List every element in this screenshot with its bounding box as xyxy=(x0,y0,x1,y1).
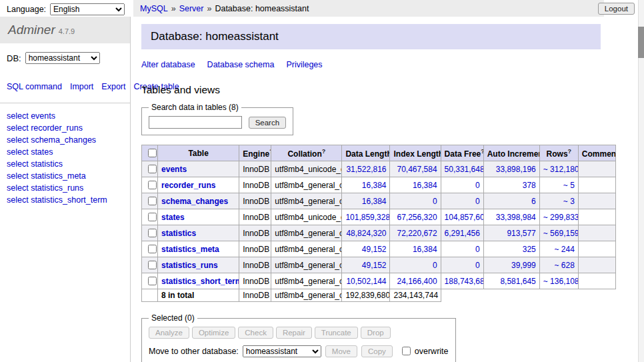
help-link[interactable]: ? xyxy=(322,148,326,155)
import-link[interactable]: Import xyxy=(70,82,93,91)
sidebar-item-select-statistics-meta[interactable]: select statistics_meta xyxy=(7,171,86,181)
app-brand: Adminer4.7.9 xyxy=(0,17,130,43)
row-checkbox[interactable] xyxy=(148,245,157,253)
table-link-statistics-short-term[interactable]: statistics_short_term xyxy=(161,277,239,286)
help-link[interactable]: ? xyxy=(481,148,483,155)
privileges-link[interactable]: Privileges xyxy=(286,60,322,69)
sql-command-link[interactable]: SQL command xyxy=(7,82,62,91)
table-name-cell: recorder_runs xyxy=(158,177,239,193)
select-all-header xyxy=(142,145,158,161)
table-row-statistics-short-term: statistics_short_termInnoDButf8mb4_gener… xyxy=(142,273,616,289)
sidebar-item-select-statistics-short-term[interactable]: select statistics_short_term xyxy=(7,195,107,205)
bulk-truncate-button[interactable]: Truncate xyxy=(315,327,358,339)
collation-cell: utf8mb4_unicode_ci xyxy=(271,209,342,225)
table-row-schema-changes: schema_changesInnoDButf8mb4_general_ci16… xyxy=(142,193,616,209)
comment-cell xyxy=(578,161,615,177)
table-name-cell: statistics_meta xyxy=(158,241,239,257)
row-checkbox[interactable] xyxy=(148,181,157,189)
table-link-statistics[interactable]: statistics xyxy=(161,229,196,238)
search-button[interactable]: Search xyxy=(249,117,286,129)
select-all-checkbox[interactable] xyxy=(148,149,157,157)
column-header-label: Data Free xyxy=(445,149,481,159)
collation-cell: utf8mb4_general_ci xyxy=(271,193,342,209)
sidebar-item-select-events[interactable]: select events xyxy=(7,111,55,121)
column-header-collation: Collation? xyxy=(271,145,342,161)
data-free-cell: 6,291,456 xyxy=(441,225,483,241)
bulk-drop-button[interactable]: Drop xyxy=(361,327,391,339)
table-link-schema-changes[interactable]: schema_changes xyxy=(161,197,228,206)
sidebar-actions: SQL commandImportExportCreate table xyxy=(0,77,120,95)
table-link-recorder-runs[interactable]: recorder_runs xyxy=(161,181,215,190)
copy-button[interactable]: Copy xyxy=(361,345,393,357)
row-checkbox-cell xyxy=(142,241,158,257)
breadcrumb: MySQL » Server » Database: homeassistant xyxy=(133,0,604,17)
bulk-check-button[interactable]: Check xyxy=(238,327,273,339)
engine-cell: InnoDB xyxy=(239,273,271,289)
engine-cell: InnoDB xyxy=(239,177,271,193)
breadcrumb-current: Database: homeassistant xyxy=(215,4,309,13)
row-checkbox-cell xyxy=(142,273,158,289)
sidebar-item-select-states[interactable]: select states xyxy=(7,147,53,157)
column-header-data_length: Data Length? xyxy=(342,145,390,161)
row-checkbox[interactable] xyxy=(148,197,157,205)
column-header-auto_increment: Auto Increment? xyxy=(483,145,539,161)
help-link[interactable]: ? xyxy=(568,148,572,155)
database-schema-link[interactable]: Database schema xyxy=(207,60,275,69)
data-free-cell: 188,743,680 xyxy=(441,273,483,289)
collation-cell: utf8mb4_general_ci xyxy=(271,241,342,257)
sidebar-item-select-recorder-runs[interactable]: select recorder_runs xyxy=(7,123,83,133)
breadcrumb-mysql-link[interactable]: MySQL xyxy=(140,4,168,13)
sidebar: Adminer4.7.9 DB: homeassistant SQL comma… xyxy=(0,17,131,362)
table-link-statistics-meta[interactable]: statistics_meta xyxy=(161,245,219,254)
rows-cell: ~ 136,108 xyxy=(539,273,578,289)
row-checkbox[interactable] xyxy=(148,213,157,221)
overwrite-wrap: overwrite xyxy=(399,345,449,357)
column-header-label: Collation xyxy=(287,149,321,159)
row-checkbox[interactable] xyxy=(148,165,157,173)
breadcrumb-server-link[interactable]: Server xyxy=(179,4,204,13)
overwrite-checkbox[interactable] xyxy=(402,347,411,355)
table-link-statistics-runs[interactable]: statistics_runs xyxy=(161,261,218,270)
search-input[interactable] xyxy=(149,116,242,129)
rows-cell: ~ 3 xyxy=(539,193,578,209)
column-header-label: Comment xyxy=(582,149,616,159)
scrollbar-track[interactable] xyxy=(638,0,644,362)
comment-cell xyxy=(578,209,615,225)
sidebar-item-select-statistics-runs[interactable]: select statistics_runs xyxy=(7,183,83,193)
tables-heading: Tables and views xyxy=(141,84,637,96)
column-header-label: Auto Increment xyxy=(487,149,540,159)
sidebar-item-select-schema-changes[interactable]: select schema_changes xyxy=(7,135,96,145)
sidebar-link-row: select recorder_runs xyxy=(7,123,123,133)
totals-filler xyxy=(441,289,615,302)
rows-cell: ~ 628 xyxy=(539,257,578,273)
db-select[interactable]: homeassistant xyxy=(25,52,100,64)
row-checkbox[interactable] xyxy=(148,261,157,269)
export-link[interactable]: Export xyxy=(101,82,125,91)
logout-area: Logout xyxy=(598,3,635,15)
table-link-events[interactable]: events xyxy=(161,165,187,174)
rows-cell: ~ 312,180 xyxy=(539,161,578,177)
alter-database-link[interactable]: Alter database xyxy=(141,60,195,69)
auto-increment-cell: 6 xyxy=(483,193,539,209)
engine-cell: InnoDB xyxy=(239,225,271,241)
bulk-repair-button[interactable]: Repair xyxy=(276,327,312,339)
sidebar-link-row: select statistics_meta xyxy=(7,171,123,181)
bulk-optimize-button[interactable]: Optimize xyxy=(192,327,235,339)
search-legend: Search data in tables (8) xyxy=(149,103,241,112)
logout-button[interactable]: Logout xyxy=(598,3,635,15)
auto-increment-cell: 33,898,196 xyxy=(483,161,539,177)
bulk-analyze-button[interactable]: Analyze xyxy=(149,327,189,339)
engine-cell: InnoDB xyxy=(239,193,271,209)
row-checkbox[interactable] xyxy=(148,277,157,285)
column-header-index_length: Index Length? xyxy=(390,145,441,161)
table-link-states[interactable]: states xyxy=(161,213,185,222)
move-database-select[interactable]: homeassistant xyxy=(243,345,321,357)
index-length-cell: 67,256,320 xyxy=(390,209,441,225)
column-header-rows: Rows? xyxy=(539,145,578,161)
row-checkbox[interactable] xyxy=(148,229,157,237)
selected-legend: Selected (0) xyxy=(149,313,197,323)
move-button[interactable]: Move xyxy=(325,345,357,357)
scrollbar-thumb[interactable] xyxy=(638,27,644,58)
sidebar-item-select-statistics[interactable]: select statistics xyxy=(7,159,63,169)
language-select[interactable]: English xyxy=(50,3,125,15)
